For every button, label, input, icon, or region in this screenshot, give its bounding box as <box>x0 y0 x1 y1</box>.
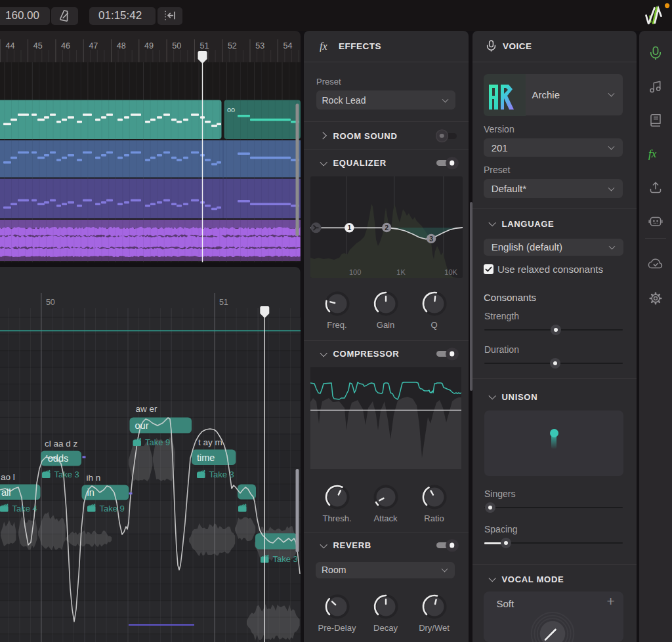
svg-text:Take 3: Take 3 <box>273 554 298 564</box>
svg-text:aw er: aw er <box>136 404 158 414</box>
svg-text:45: 45 <box>33 41 43 50</box>
svg-text:3: 3 <box>429 234 433 242</box>
svg-text:Take 4: Take 4 <box>12 504 37 513</box>
svg-text:54: 54 <box>284 41 293 50</box>
svg-text:Take 3: Take 3 <box>54 470 79 479</box>
svg-text:100: 100 <box>348 268 360 276</box>
svg-text:47: 47 <box>89 41 98 50</box>
svg-text:50: 50 <box>46 298 55 307</box>
svg-text:10K: 10K <box>444 268 457 276</box>
svg-text:44: 44 <box>6 41 15 50</box>
svg-text:51: 51 <box>200 41 209 50</box>
svg-text:1: 1 <box>347 224 351 231</box>
svg-text:ih n: ih n <box>87 473 101 483</box>
svg-text:53: 53 <box>255 41 264 50</box>
svg-text:50: 50 <box>172 41 181 50</box>
svg-text:ao l: ao l <box>1 472 15 482</box>
svg-text:49: 49 <box>144 41 154 50</box>
svg-text:all: all <box>1 487 11 498</box>
svg-text:cl aa d z: cl aa d z <box>45 439 78 449</box>
svg-text:fx: fx <box>320 41 327 52</box>
svg-text:fx: fx <box>648 148 657 160</box>
svg-text:52: 52 <box>228 41 237 50</box>
svg-text:Take 9: Take 9 <box>100 504 125 513</box>
svg-text:1K: 1K <box>396 268 406 276</box>
svg-text:46: 46 <box>61 41 70 50</box>
svg-text:2: 2 <box>385 223 388 231</box>
svg-text:t ay m: t ay m <box>198 437 222 447</box>
svg-text:Take 9: Take 9 <box>145 437 170 447</box>
svg-text:time: time <box>197 452 215 463</box>
svg-text:our: our <box>135 420 149 431</box>
svg-text:'odds: 'odds <box>46 453 68 464</box>
svg-text:in: in <box>87 487 94 498</box>
svg-text:48: 48 <box>117 41 126 50</box>
svg-text:Take 3: Take 3 <box>209 470 234 479</box>
svg-text:51: 51 <box>219 298 228 307</box>
